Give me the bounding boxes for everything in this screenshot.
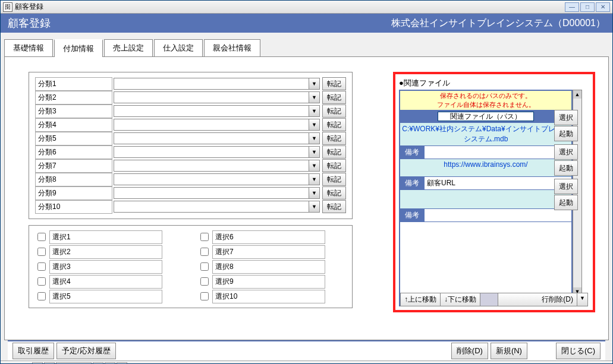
selection-checkbox[interactable] (200, 262, 209, 271)
classification-input[interactable] (114, 173, 309, 185)
classification-row: 分類8▼転記 (35, 173, 346, 186)
chevron-down-icon[interactable]: ▼ (309, 187, 320, 199)
tenki-button[interactable]: 転記 (322, 77, 346, 90)
chevron-down-icon[interactable]: ▼ (309, 105, 320, 117)
tab-parent[interactable]: 親会社情報 (204, 39, 260, 57)
prev-record-button[interactable]: ◀ (44, 362, 55, 365)
classification-label: 分類10 (35, 200, 112, 214)
tenki-button[interactable]: 転記 (322, 105, 346, 118)
selection-checkbox[interactable] (37, 292, 46, 300)
tab-additional[interactable]: 付加情報 (54, 39, 103, 57)
chevron-down-icon[interactable]: ▼ (309, 91, 320, 103)
classification-input[interactable] (114, 105, 309, 117)
classification-input[interactable] (114, 201, 309, 213)
select-button[interactable]: 選択 (554, 179, 578, 194)
last-record-button[interactable]: ▶| (105, 362, 115, 365)
remarks-value[interactable]: 顧客URL (424, 177, 571, 189)
tenki-button[interactable]: 転記 (322, 173, 346, 186)
select-button[interactable]: 選択 (554, 144, 578, 160)
first-record-button[interactable]: |◀ (32, 362, 43, 365)
selection-checkbox[interactable] (37, 233, 46, 241)
tab-purchase[interactable]: 仕入設定 (154, 39, 203, 57)
schedule-button[interactable]: 予定/応対履歴 (56, 343, 116, 359)
chevron-down-icon[interactable]: ▼ (309, 160, 320, 172)
classification-panel: 分類1▼転記 分類2▼転記 分類3▼転記 分類4▼転記 分類5▼転記 分類6▼転… (29, 72, 353, 219)
chevron-down-icon[interactable]: ▼ (309, 132, 320, 144)
classification-row: 分類7▼転記 (35, 159, 346, 172)
classification-input[interactable] (114, 160, 309, 172)
chevron-down-icon[interactable]: ▼ (309, 146, 320, 158)
new-record-button[interactable]: ▶* (117, 362, 127, 365)
selection-label: 選択3 (49, 260, 162, 274)
classification-label: 分類6 (35, 145, 112, 159)
launch-button[interactable]: 起動 (554, 160, 578, 176)
record-number-input[interactable] (56, 362, 92, 365)
remarks-value[interactable] (424, 146, 571, 159)
selection-label: 選択6 (212, 230, 325, 244)
chevron-down-icon[interactable]: ▼ (309, 119, 320, 131)
file-path-cell[interactable]: https://www.ibrainsys.com/ (400, 159, 571, 177)
selection-label: 選択9 (212, 275, 325, 289)
select-button[interactable]: 選択 (554, 110, 578, 125)
chevron-down-icon[interactable]: ▼ (309, 78, 320, 90)
side-button-column: 選択 起動 選択 起動 選択 起動 (554, 110, 578, 211)
history-button[interactable]: 取引履歴 (12, 343, 54, 359)
classification-label: 分類7 (35, 159, 112, 173)
scroll-up-icon[interactable]: ▲ (573, 90, 581, 99)
tenki-button[interactable]: 転記 (322, 159, 346, 172)
classification-label: 分類3 (35, 105, 112, 118)
classification-input[interactable] (114, 187, 309, 199)
close-form-button[interactable]: 閉じる(C) (556, 343, 601, 359)
selection-panel: 選択1 選択2 選択3 選択4 選択5 選択6 選択7 選択8 選択9 選択10 (29, 225, 353, 308)
selection-checkbox[interactable] (200, 248, 209, 256)
delete-row-button[interactable]: 行削除(D) (498, 293, 577, 306)
selection-checkbox[interactable] (37, 248, 46, 256)
launch-button[interactable]: 起動 (554, 195, 578, 210)
chevron-down-icon[interactable]: ▼ (577, 293, 587, 306)
tenki-button[interactable]: 転記 (322, 145, 346, 159)
tabs: 基礎情報 付加情報 売上設定 仕入設定 親会社情報 (4, 39, 609, 56)
move-down-button[interactable]: ↓下に移動 (441, 293, 480, 306)
tenki-button[interactable]: 転記 (322, 186, 346, 200)
classification-input[interactable] (114, 91, 309, 103)
classification-label: 分類2 (35, 91, 112, 105)
file-path-cell[interactable] (400, 190, 571, 209)
tenki-button[interactable]: 転記 (322, 200, 346, 213)
window-title: 顧客登録 (15, 2, 564, 12)
classification-input[interactable] (114, 132, 309, 144)
remarks-value[interactable] (424, 209, 571, 221)
chevron-down-icon[interactable]: ▼ (309, 173, 320, 185)
classification-input[interactable] (114, 146, 309, 158)
move-up-button[interactable]: ↑上に移動 (401, 293, 441, 306)
selection-label: 選択8 (212, 260, 325, 274)
maximize-button[interactable]: □ (580, 2, 595, 12)
tenki-button[interactable]: 転記 (322, 91, 346, 104)
tenki-button[interactable]: 転記 (322, 118, 346, 131)
launch-button[interactable]: 起動 (554, 126, 578, 141)
classification-label: 分類9 (35, 186, 112, 200)
remarks-label: 備考 (400, 209, 424, 221)
selection-label: 選択4 (49, 275, 162, 289)
warning-text: 保存されるのはパスのみです。 ファイル自体は保存されません。 (400, 91, 571, 110)
minimize-button[interactable]: — (565, 2, 579, 12)
tab-sales[interactable]: 売上設定 (104, 39, 153, 57)
delete-button[interactable]: 削除(D) (451, 343, 488, 359)
selection-checkbox[interactable] (200, 233, 209, 241)
selection-checkbox[interactable] (200, 277, 209, 286)
tab-basic[interactable]: 基礎情報 (4, 39, 53, 57)
close-button[interactable]: ✕ (596, 2, 610, 12)
file-path-cell[interactable]: C:¥WORK¥社内システム¥Data¥インサイトブレインシステム.mdb (400, 123, 571, 146)
remarks-label: 備考 (400, 177, 424, 189)
classification-input[interactable] (114, 119, 309, 131)
next-record-button[interactable]: ▶ (93, 362, 103, 365)
record-navigator: レコード: |◀ ◀ ▶ ▶| ▶* / 1696 (1, 360, 612, 364)
related-files-table: 保存されるのはパスのみです。 ファイル自体は保存されません。 関連ファイル（パス… (399, 90, 573, 306)
classification-input[interactable] (114, 78, 309, 90)
chevron-down-icon[interactable]: ▼ (309, 201, 320, 213)
selection-checkbox[interactable] (37, 277, 46, 286)
titlebar: 囹 顧客登録 — □ ✕ (1, 1, 612, 14)
selection-checkbox[interactable] (37, 262, 46, 271)
new-button[interactable]: 新規(N) (491, 343, 527, 359)
selection-checkbox[interactable] (200, 292, 209, 300)
tenki-button[interactable]: 転記 (322, 132, 346, 145)
